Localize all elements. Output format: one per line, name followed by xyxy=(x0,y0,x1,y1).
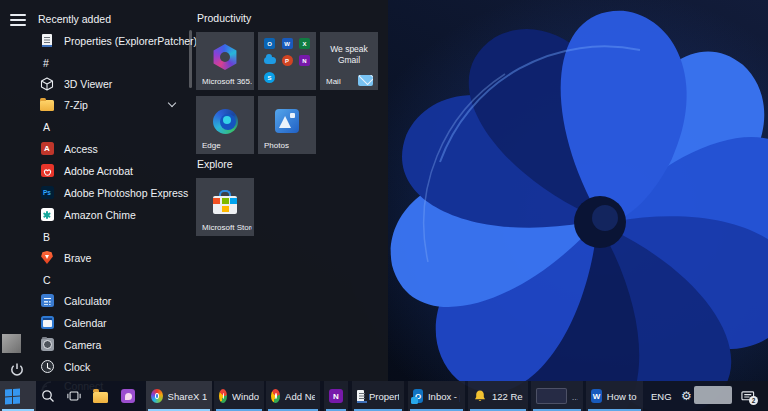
app-item-photoshop-express[interactable]: Ps Adobe Photoshop Express xyxy=(40,185,188,200)
search-icon xyxy=(41,389,55,403)
windows-logo-icon xyxy=(5,388,20,404)
mail-envelope-icon xyxy=(358,75,373,86)
edge-icon xyxy=(213,109,238,134)
app-item-calculator[interactable]: Calculator xyxy=(40,293,111,308)
paint-pinned-button[interactable] xyxy=(116,381,144,411)
search-button[interactable] xyxy=(36,381,62,411)
tile-mail[interactable]: We speak Gmail Mail xyxy=(320,32,378,90)
taskbar-button-onenote[interactable]: N xyxy=(324,381,348,411)
group-header-productivity: Productivity xyxy=(197,12,251,24)
section-header-b[interactable]: B xyxy=(43,231,50,243)
bell-icon xyxy=(473,389,487,403)
acrobat-icon xyxy=(40,164,54,178)
folder-icon xyxy=(40,98,54,112)
section-header-hash[interactable]: # xyxy=(43,57,49,69)
brave-icon xyxy=(40,251,54,265)
photoshop-express-icon: Ps xyxy=(40,186,54,200)
hamburger-menu-icon[interactable] xyxy=(10,14,26,26)
app-item-camera[interactable]: Camera xyxy=(40,337,101,352)
notification-badge: 2 xyxy=(749,396,758,405)
tile-microsoft-365[interactable]: Microsoft 365... xyxy=(196,32,254,90)
desktop: Recently added Properties (ExplorerPatch… xyxy=(0,0,768,411)
action-center-button[interactable]: 2 xyxy=(736,381,764,411)
taskbar-button-dark-window[interactable]: ... xyxy=(531,381,583,411)
app-item-amazon-chime[interactable]: Amazon Chime xyxy=(40,207,136,222)
word-icon: W xyxy=(282,38,293,49)
language-indicator[interactable]: ENG xyxy=(646,381,676,411)
amazon-chime-icon xyxy=(40,208,54,222)
tray-light-window[interactable] xyxy=(694,386,732,404)
power-button[interactable] xyxy=(9,362,25,378)
powerpoint-icon: P xyxy=(282,55,293,66)
word-icon: W xyxy=(591,389,602,403)
skype-icon: S xyxy=(264,72,275,83)
power-icon xyxy=(9,362,25,378)
app-item-access[interactable]: A Access xyxy=(40,141,98,156)
app-item-brave[interactable]: Brave xyxy=(40,250,91,265)
calendar-icon xyxy=(40,316,54,330)
section-header-a[interactable]: A xyxy=(43,121,50,133)
clock-icon xyxy=(40,360,54,374)
dark-window-thumbnail xyxy=(536,388,567,404)
action-center-icon: 2 xyxy=(741,389,755,403)
taskbar-button-outlook-inbox[interactable]: O Inbox - p... xyxy=(408,381,465,411)
group-header-explore: Explore xyxy=(197,158,233,170)
excel-icon: X xyxy=(299,38,310,49)
chevron-down-icon[interactable] xyxy=(169,100,176,107)
cube-icon xyxy=(40,77,54,91)
tile-office-folder[interactable]: O W X P N S xyxy=(258,32,316,90)
taskbar-button-properties[interactable]: Properties xyxy=(352,381,404,411)
section-header-c[interactable]: C xyxy=(43,274,51,286)
mail-tile-tagline: We speak Gmail xyxy=(320,44,378,66)
task-view-button[interactable] xyxy=(62,381,88,411)
properties-document-icon xyxy=(357,390,364,403)
start-menu: Recently added Properties (ExplorerPatch… xyxy=(0,0,388,381)
calculator-icon xyxy=(40,294,54,308)
tile-microsoft-store[interactable]: Microsoft Store xyxy=(196,178,254,236)
office-apps-grid: O W X P N S xyxy=(264,38,310,83)
taskbar-button-chrome-add-new[interactable]: Add New... xyxy=(266,381,320,411)
taskbar-button-sharex[interactable]: ShareX 1... xyxy=(146,381,212,411)
gear-icon: ⚙ xyxy=(681,390,692,402)
file-explorer-button[interactable] xyxy=(88,381,116,411)
outlook-icon: O xyxy=(264,38,275,49)
recently-added-header: Recently added xyxy=(38,13,111,25)
sharex-icon xyxy=(151,389,163,403)
app-item-3d-viewer[interactable]: 3D Viewer xyxy=(40,76,112,91)
photos-icon xyxy=(275,109,299,133)
app-item-clock[interactable]: Clock xyxy=(40,359,90,374)
app-item-7zip[interactable]: 7-Zip xyxy=(40,97,88,112)
access-icon: A xyxy=(40,142,54,156)
camera-icon xyxy=(40,338,54,352)
tile-photos[interactable]: Photos xyxy=(258,96,316,154)
app-item-calendar[interactable]: Calendar xyxy=(40,315,107,330)
onenote-icon: N xyxy=(329,389,343,403)
chrome-icon xyxy=(271,389,280,403)
app-item-adobe-acrobat[interactable]: Adobe Acrobat xyxy=(40,163,133,178)
microsoft-365-copilot-icon xyxy=(212,44,238,70)
onedrive-icon xyxy=(264,57,276,64)
tile-edge[interactable]: Edge xyxy=(196,96,254,154)
taskbar-button-word-how-to[interactable]: W How to ... xyxy=(586,381,643,411)
task-view-icon xyxy=(67,389,81,403)
taskbar-button-reminders[interactable]: 122 Remi... xyxy=(468,381,528,411)
properties-document-icon xyxy=(40,34,54,48)
file-explorer-icon xyxy=(93,392,108,403)
taskbar-button-chrome-windows[interactable]: Windows... xyxy=(214,381,264,411)
outlook-icon: O xyxy=(413,389,423,403)
app-item-properties-explorerpatcher[interactable]: Properties (ExplorerPatcher) xyxy=(40,33,197,48)
onenote-icon: N xyxy=(299,55,310,66)
microsoft-store-icon xyxy=(213,190,237,216)
tray-settings-button[interactable]: ⚙ xyxy=(676,381,694,411)
taskbar: ShareX 1... Windows... Add New... N Prop… xyxy=(0,381,768,411)
chrome-icon xyxy=(219,389,227,403)
paint-icon xyxy=(121,389,135,403)
start-button[interactable] xyxy=(0,381,36,411)
user-avatar[interactable] xyxy=(2,334,21,353)
